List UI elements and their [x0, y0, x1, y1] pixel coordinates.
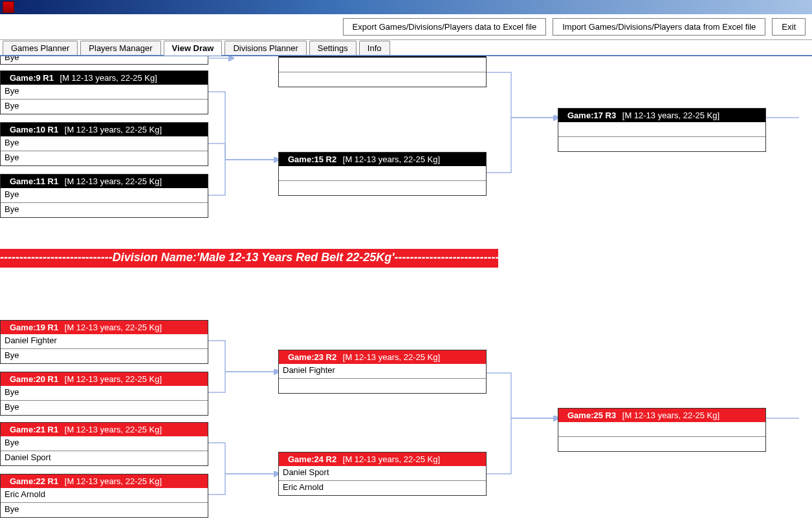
player-slot: Daniel Sport [279, 466, 486, 481]
game-info: [M 12-13 years, 22-25 Kg] [65, 323, 162, 332]
game-header: Game:9 R1 [M 12-13 years, 22-25 Kg] [1, 71, 208, 85]
game-box[interactable]: Game:22 R1 [M 12-13 years, 22-25 Kg] Eri… [0, 474, 208, 518]
player-slot: Bye [1, 436, 208, 451]
game-box[interactable]: Game:9 R1 [M 12-13 years, 22-25 Kg] Bye … [0, 70, 208, 114]
player-slot: Bye [1, 386, 208, 401]
game-header: Game:25 R3 [M 12-13 years, 22-25 Kg] [558, 409, 765, 422]
tab-games-planner[interactable]: Games Planner [3, 41, 78, 55]
game-header: Game:21 R1 [M 12-13 years, 22-25 Kg] [1, 423, 208, 436]
player-slot: Daniel Fighter [1, 334, 208, 349]
player-slot [279, 58, 486, 72]
game-box[interactable]: Game:11 R1 [M 12-13 years, 22-25 Kg] Bye… [0, 174, 208, 218]
game-info: [M 12-13 years, 22-25 Kg] [60, 73, 157, 83]
game-box[interactable]: Game:23 R2 [M 12-13 years, 22-25 Kg] Dan… [278, 350, 487, 394]
game-title: Game:25 R3 [567, 410, 616, 420]
game-title: Game:24 R2 [288, 454, 336, 464]
game-title: Game:22 R1 [10, 476, 58, 486]
app-icon [3, 1, 14, 13]
tab-players-manager[interactable]: Players Manager [80, 41, 160, 55]
game-box[interactable]: Game:19 R1 [M 12-13 years, 22-25 Kg] Dan… [0, 320, 208, 364]
game-title: Game:19 R1 [10, 323, 58, 332]
game-box[interactable]: Game:10 R1 [M 12-13 years, 22-25 Kg] Bye… [0, 122, 208, 166]
game-info: [M 12-13 years, 22-25 Kg] [622, 410, 719, 420]
player-slot: Bye [1, 349, 208, 363]
game-info: [M 12-13 years, 22-25 Kg] [343, 154, 440, 164]
game-box[interactable]: Game:25 R3 [M 12-13 years, 22-25 Kg] [558, 408, 766, 452]
player-slot: Eric Arnold [279, 481, 486, 495]
game-header: Game:23 R2 [M 12-13 years, 22-25 Kg] [279, 350, 486, 364]
tab-info[interactable]: Info [359, 41, 390, 55]
player-slot [558, 437, 765, 451]
player-slot: Bye [1, 188, 208, 203]
toolbar: Export Games/Divisions/Players data to E… [0, 14, 812, 40]
import-button[interactable]: Import Games/Divisions/Players data from… [553, 18, 765, 36]
game-info: [M 12-13 years, 22-25 Kg] [622, 111, 719, 120]
game-info: [M 12-13 years, 22-25 Kg] [343, 454, 440, 464]
tab-bar: Games Planner Players Manager View Draw … [0, 40, 812, 56]
player-slot: Eric Arnold [1, 488, 208, 503]
tab-settings[interactable]: Settings [309, 41, 357, 55]
game-info: [M 12-13 years, 22-25 Kg] [65, 374, 162, 384]
player-slot [558, 122, 765, 137]
export-button[interactable]: Export Games/Divisions/Players data to E… [343, 18, 547, 36]
game-title: Game:11 R1 [10, 176, 58, 186]
player-slot [279, 72, 486, 87]
game-info: [M 12-13 years, 22-25 Kg] [65, 176, 162, 186]
game-info: [M 12-13 years, 22-25 Kg] [343, 352, 440, 362]
game-info: [M 12-13 years, 22-25 Kg] [65, 125, 162, 134]
game-header: Game:11 R1 [M 12-13 years, 22-25 Kg] [1, 175, 208, 188]
game-header: Game:20 R1 [M 12-13 years, 22-25 Kg] [1, 372, 208, 386]
game-title: Game:10 R1 [10, 125, 58, 134]
division-banner: -----------------------------Division Na… [0, 249, 498, 268]
game-header: Game:15 R2 [M 12-13 years, 22-25 Kg] [279, 153, 486, 166]
game-title: Game:9 R1 [10, 73, 54, 83]
player-slot [279, 181, 486, 195]
player-slot [558, 137, 765, 151]
player-slot: Bye [1, 136, 208, 151]
game-header: Game:10 R1 [M 12-13 years, 22-25 Kg] [1, 123, 208, 136]
player-slot [558, 422, 765, 437]
exit-button[interactable]: Exit [772, 18, 806, 36]
game-header: Game:17 R3 [M 12-13 years, 22-25 Kg] [558, 109, 765, 122]
game-box[interactable]: Game:14 R2 [M 12-13 years, 22-25 Kg] [278, 56, 487, 87]
player-slot: Bye [1, 151, 208, 165]
player-slot: Daniel Sport [1, 451, 208, 465]
game-box[interactable]: Game:17 R3 [M 12-13 years, 22-25 Kg] [558, 108, 766, 152]
tab-divisions-planner[interactable]: Divisions Planner [225, 41, 306, 55]
game-title: Game:17 R3 [567, 111, 616, 120]
game-box[interactable]: Game:21 R1 [M 12-13 years, 22-25 Kg] Bye… [0, 422, 208, 466]
clipped-slot: Bye [1, 56, 208, 64]
game-info: [M 12-13 years, 22-25 Kg] [65, 476, 162, 486]
bracket-canvas[interactable]: Bye Game:9 R1 [0, 56, 812, 521]
player-slot: Bye [1, 85, 208, 100]
game-header: Game:22 R1 [M 12-13 years, 22-25 Kg] [1, 474, 208, 488]
game-box[interactable]: Game:20 R1 [M 12-13 years, 22-25 Kg] Bye… [0, 372, 208, 416]
game-title: Game:15 R2 [288, 154, 336, 164]
game-title: Game:21 R1 [10, 425, 58, 434]
titlebar [0, 0, 812, 14]
player-slot [279, 379, 486, 393]
tab-view-draw[interactable]: View Draw [164, 41, 223, 56]
game-header: Game:19 R1 [M 12-13 years, 22-25 Kg] [1, 321, 208, 334]
player-slot: Bye [1, 203, 208, 217]
player-slot: Daniel Fighter [279, 364, 486, 379]
player-slot [279, 166, 486, 181]
player-slot: Bye [1, 503, 208, 517]
game-title: Game:20 R1 [10, 374, 58, 384]
game-box[interactable]: Game:24 R2 [M 12-13 years, 22-25 Kg] Dan… [278, 452, 487, 496]
clipped-prev-box: Bye [0, 56, 208, 65]
game-header: Game:24 R2 [M 12-13 years, 22-25 Kg] [279, 452, 486, 466]
player-slot: Bye [1, 100, 208, 114]
player-slot: Bye [1, 401, 208, 415]
game-info: [M 12-13 years, 22-25 Kg] [65, 425, 162, 434]
game-box[interactable]: Game:15 R2 [M 12-13 years, 22-25 Kg] [278, 152, 487, 196]
game-title: Game:23 R2 [288, 352, 336, 362]
